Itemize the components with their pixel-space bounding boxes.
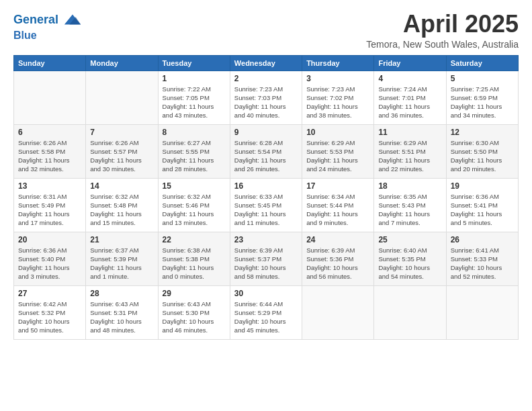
calendar-cell: 30Sunrise: 6:44 AM Sunset: 5:29 PM Dayli… — [230, 285, 302, 339]
day-number: 6 — [18, 128, 81, 137]
day-detail: Sunrise: 6:44 AM Sunset: 5:29 PM Dayligh… — [234, 300, 298, 335]
calendar-cell: 6Sunrise: 6:26 AM Sunset: 5:58 PM Daylig… — [14, 124, 86, 178]
day-detail: Sunrise: 6:32 AM Sunset: 5:46 PM Dayligh… — [163, 192, 226, 228]
day-number: 8 — [163, 128, 226, 137]
calendar-cell — [446, 285, 518, 339]
calendar-cell: 21Sunrise: 6:37 AM Sunset: 5:39 PM Dayli… — [86, 232, 158, 285]
day-detail: Sunrise: 6:29 AM Sunset: 5:51 PM Dayligh… — [378, 138, 441, 174]
weekday-header-friday: Friday — [374, 55, 446, 71]
day-detail: Sunrise: 6:41 AM Sunset: 5:33 PM Dayligh… — [451, 246, 514, 281]
calendar-cell: 15Sunrise: 6:32 AM Sunset: 5:46 PM Dayli… — [158, 178, 230, 232]
day-number: 4 — [378, 74, 441, 83]
day-number: 18 — [378, 181, 441, 191]
day-number: 3 — [306, 74, 369, 83]
calendar-cell: 24Sunrise: 6:39 AM Sunset: 5:36 PM Dayli… — [302, 232, 374, 285]
calendar-cell: 18Sunrise: 6:35 AM Sunset: 5:43 PM Dayli… — [374, 178, 446, 232]
calendar-cell: 3Sunrise: 7:23 AM Sunset: 7:02 PM Daylig… — [302, 71, 374, 124]
calendar-cell: 22Sunrise: 6:38 AM Sunset: 5:38 PM Dayli… — [158, 232, 230, 285]
day-detail: Sunrise: 6:36 AM Sunset: 5:40 PM Dayligh… — [18, 246, 81, 281]
day-detail: Sunrise: 7:24 AM Sunset: 7:01 PM Dayligh… — [378, 85, 441, 120]
day-detail: Sunrise: 7:23 AM Sunset: 7:02 PM Dayligh… — [306, 85, 369, 120]
day-number: 14 — [90, 181, 153, 191]
logo-icon — [63, 11, 82, 30]
day-number: 24 — [306, 235, 369, 244]
day-detail: Sunrise: 6:39 AM Sunset: 5:37 PM Dayligh… — [234, 246, 298, 281]
day-number: 27 — [18, 289, 81, 298]
day-number: 26 — [451, 235, 514, 244]
calendar-cell: 23Sunrise: 6:39 AM Sunset: 5:37 PM Dayli… — [230, 232, 302, 285]
day-number: 5 — [451, 74, 514, 83]
calendar-cell: 5Sunrise: 7:25 AM Sunset: 6:59 PM Daylig… — [446, 71, 518, 124]
calendar-cell — [86, 71, 158, 124]
calendar-table: SundayMondayTuesdayWednesdayThursdayFrid… — [13, 55, 519, 340]
location-title: Temora, New South Wales, Australia — [366, 39, 519, 50]
day-detail: Sunrise: 6:34 AM Sunset: 5:44 PM Dayligh… — [306, 192, 369, 228]
weekday-header-saturday: Saturday — [446, 55, 518, 71]
day-detail: Sunrise: 7:23 AM Sunset: 7:03 PM Dayligh… — [234, 85, 298, 120]
weekday-header-thursday: Thursday — [302, 55, 374, 71]
calendar-cell: 26Sunrise: 6:41 AM Sunset: 5:33 PM Dayli… — [446, 232, 518, 285]
day-detail: Sunrise: 6:39 AM Sunset: 5:36 PM Dayligh… — [306, 246, 369, 281]
day-detail: Sunrise: 6:43 AM Sunset: 5:31 PM Dayligh… — [90, 300, 153, 335]
day-detail: Sunrise: 6:40 AM Sunset: 5:35 PM Dayligh… — [378, 246, 441, 281]
calendar-cell: 12Sunrise: 6:30 AM Sunset: 5:50 PM Dayli… — [446, 124, 518, 178]
title-section: April 2025 Temora, New South Wales, Aust… — [366, 11, 519, 50]
month-title: April 2025 — [366, 11, 519, 38]
day-number: 25 — [378, 235, 441, 244]
day-detail: Sunrise: 7:25 AM Sunset: 6:59 PM Dayligh… — [451, 85, 514, 120]
calendar-cell — [14, 71, 86, 124]
day-detail: Sunrise: 6:36 AM Sunset: 5:41 PM Dayligh… — [451, 192, 514, 228]
day-number: 15 — [163, 181, 226, 191]
day-detail: Sunrise: 6:38 AM Sunset: 5:38 PM Dayligh… — [163, 246, 226, 281]
day-detail: Sunrise: 6:31 AM Sunset: 5:49 PM Dayligh… — [18, 192, 81, 228]
day-detail: Sunrise: 6:30 AM Sunset: 5:50 PM Dayligh… — [451, 138, 514, 174]
calendar-week-row: 20Sunrise: 6:36 AM Sunset: 5:40 PM Dayli… — [14, 232, 519, 285]
day-number: 29 — [163, 289, 226, 298]
day-detail: Sunrise: 6:26 AM Sunset: 5:58 PM Dayligh… — [18, 138, 81, 174]
day-detail: Sunrise: 6:42 AM Sunset: 5:32 PM Dayligh… — [18, 300, 81, 335]
calendar-cell: 16Sunrise: 6:33 AM Sunset: 5:45 PM Dayli… — [230, 178, 302, 232]
day-number: 20 — [18, 235, 81, 244]
day-detail: Sunrise: 7:22 AM Sunset: 7:05 PM Dayligh… — [163, 85, 226, 120]
day-number: 1 — [163, 74, 226, 83]
calendar-cell: 8Sunrise: 6:27 AM Sunset: 5:55 PM Daylig… — [158, 124, 230, 178]
calendar-week-row: 13Sunrise: 6:31 AM Sunset: 5:49 PM Dayli… — [14, 178, 519, 232]
calendar-cell: 20Sunrise: 6:36 AM Sunset: 5:40 PM Dayli… — [14, 232, 86, 285]
day-detail: Sunrise: 6:33 AM Sunset: 5:45 PM Dayligh… — [234, 192, 298, 228]
weekday-header-row: SundayMondayTuesdayWednesdayThursdayFrid… — [14, 55, 519, 71]
calendar-week-row: 6Sunrise: 6:26 AM Sunset: 5:58 PM Daylig… — [14, 124, 519, 178]
calendar-cell — [302, 285, 374, 339]
day-detail: Sunrise: 6:26 AM Sunset: 5:57 PM Dayligh… — [90, 138, 153, 174]
day-number: 12 — [451, 128, 514, 137]
day-detail: Sunrise: 6:27 AM Sunset: 5:55 PM Dayligh… — [163, 138, 226, 174]
day-detail: Sunrise: 6:37 AM Sunset: 5:39 PM Dayligh… — [90, 246, 153, 281]
day-detail: Sunrise: 6:29 AM Sunset: 5:53 PM Dayligh… — [306, 138, 369, 174]
calendar-week-row: 27Sunrise: 6:42 AM Sunset: 5:32 PM Dayli… — [14, 285, 519, 339]
calendar-cell: 27Sunrise: 6:42 AM Sunset: 5:32 PM Dayli… — [14, 285, 86, 339]
weekday-header-sunday: Sunday — [14, 55, 86, 71]
day-number: 7 — [90, 128, 153, 137]
day-number: 11 — [378, 128, 441, 137]
weekday-header-monday: Monday — [86, 55, 158, 71]
day-detail: Sunrise: 6:28 AM Sunset: 5:54 PM Dayligh… — [234, 138, 298, 174]
day-number: 22 — [163, 235, 226, 244]
calendar-cell: 13Sunrise: 6:31 AM Sunset: 5:49 PM Dayli… — [14, 178, 86, 232]
calendar-cell: 10Sunrise: 6:29 AM Sunset: 5:53 PM Dayli… — [302, 124, 374, 178]
day-number: 23 — [234, 235, 298, 244]
day-number: 17 — [306, 181, 369, 191]
calendar-cell: 7Sunrise: 6:26 AM Sunset: 5:57 PM Daylig… — [86, 124, 158, 178]
logo: General Blue — [13, 11, 82, 42]
day-number: 21 — [90, 235, 153, 244]
day-detail: Sunrise: 6:32 AM Sunset: 5:48 PM Dayligh… — [90, 192, 153, 228]
day-number: 19 — [451, 181, 514, 191]
calendar-cell: 2Sunrise: 7:23 AM Sunset: 7:03 PM Daylig… — [230, 71, 302, 124]
day-number: 30 — [234, 289, 298, 298]
weekday-header-tuesday: Tuesday — [158, 55, 230, 71]
weekday-header-wednesday: Wednesday — [230, 55, 302, 71]
calendar-cell: 11Sunrise: 6:29 AM Sunset: 5:51 PM Dayli… — [374, 124, 446, 178]
calendar-cell — [374, 285, 446, 339]
logo-blue-text: Blue — [13, 30, 82, 42]
calendar-cell: 29Sunrise: 6:43 AM Sunset: 5:30 PM Dayli… — [158, 285, 230, 339]
calendar-cell: 19Sunrise: 6:36 AM Sunset: 5:41 PM Dayli… — [446, 178, 518, 232]
calendar-cell: 28Sunrise: 6:43 AM Sunset: 5:31 PM Dayli… — [86, 285, 158, 339]
